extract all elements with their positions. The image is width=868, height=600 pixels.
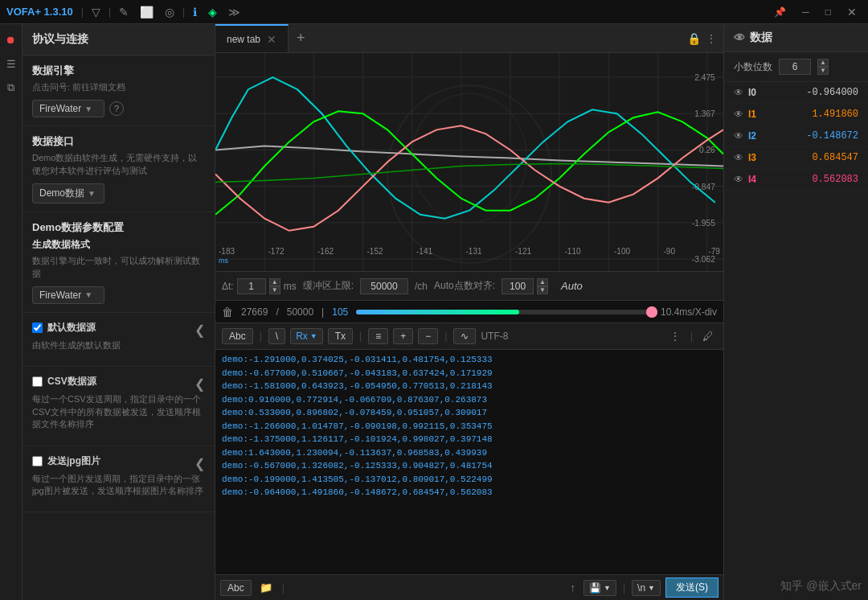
delta-t-up-btn[interactable]: ▲ — [269, 278, 280, 286]
expand-icon[interactable]: ≫ — [225, 4, 244, 20]
channel-eye-icon-3[interactable]: 👁 — [734, 152, 743, 163]
channel-row: 👁 I0 -0.964000 — [724, 82, 868, 104]
maximize-btn[interactable]: □ — [821, 5, 836, 19]
channel-row: 👁 I3 0.684547 — [724, 147, 868, 169]
data-interface-title: 数据接口 — [32, 134, 205, 149]
delta-t-spinner: ▲ ▼ — [269, 278, 280, 294]
term-align-btn[interactable]: ≡ — [368, 328, 388, 344]
term-plus-btn[interactable]: + — [393, 328, 413, 344]
buffer-input[interactable] — [360, 278, 408, 294]
bottom-file-icon[interactable]: 📁 — [256, 580, 276, 595]
progress-dot-pink — [646, 306, 657, 318]
svg-text:-1.955: -1.955 — [692, 219, 715, 228]
term-abc-btn[interactable]: Abc — [222, 328, 253, 344]
auto-points-spinner: ▲ ▼ — [537, 278, 548, 294]
channel-row: 👁 I1 1.491860 — [724, 104, 868, 125]
progress-active: 105 — [332, 306, 348, 318]
channel-eye-icon-4[interactable]: 👁 — [734, 174, 743, 185]
auto-points-input[interactable] — [502, 278, 534, 294]
auto-up-btn[interactable]: ▲ — [537, 278, 548, 286]
term-minus-btn[interactable]: − — [418, 328, 438, 344]
decimal-down-btn[interactable]: ▼ — [817, 67, 829, 75]
term-wave-btn[interactable]: ∿ — [453, 328, 476, 344]
help-button[interactable]: ? — [109, 101, 124, 116]
bottom-abc-btn[interactable]: Abc — [220, 580, 252, 596]
channel-eye-icon-2[interactable]: 👁 — [734, 130, 743, 142]
layers-icon-btn[interactable]: ⧉ — [2, 79, 20, 97]
jpg-source-checkbox[interactable] — [32, 456, 43, 466]
monitor-icon[interactable]: ⬜ — [137, 4, 157, 20]
demo-format-dropdown[interactable]: FireWater ▼ — [32, 286, 104, 304]
data-engine-dropdown[interactable]: FireWater ▼ — [32, 100, 104, 117]
bottom-arrow-icon[interactable]: ↑ — [567, 580, 579, 595]
sidebar-icons: ⏺ ☰ ⧉ — [0, 24, 23, 600]
jpg-collapse-icon[interactable]: ❮ — [194, 456, 205, 471]
channel-eye-icon-1[interactable]: 👁 — [734, 109, 743, 120]
center-area: new tab ✕ + 🔒 ⋮ — [215, 24, 723, 600]
channel-eye-icon-0[interactable]: 👁 — [734, 87, 743, 98]
format-desc: 数据引擎与此一致时，可以成功解析测试数据 — [32, 255, 205, 280]
save-dropdown[interactable]: 💾 ▼ — [583, 580, 616, 596]
watermark: 知乎 @嵌入式er — [780, 579, 862, 594]
decimal-spinner: ▲ ▼ — [817, 59, 829, 75]
nav-back-icon[interactable]: ▽ — [88, 4, 104, 20]
terminal-line: demo:-0.964000,1.491860,-0.148672,0.6845… — [222, 486, 717, 499]
add-tab-btn[interactable]: + — [289, 30, 313, 47]
more-options-icon[interactable]: ⋮ — [706, 32, 717, 45]
channel-value-1: 1.491860 — [769, 109, 858, 120]
auto-down-btn[interactable]: ▼ — [537, 286, 548, 294]
panel-title: 协议与连接 — [23, 24, 215, 55]
record-icon-btn[interactable]: ⏺ — [2, 31, 20, 48]
channel-name-4: I4 — [748, 174, 764, 185]
dropdown-arrow2-icon: ▼ — [88, 189, 96, 198]
channel-name-1: I1 — [748, 109, 764, 120]
terminal-line: demo:0.533000,0.896802,-0.078459,0.95105… — [222, 406, 717, 420]
delta-t-input[interactable] — [237, 278, 266, 294]
decimal-input[interactable] — [779, 59, 811, 75]
delta-t-down-btn[interactable]: ▼ — [269, 286, 280, 294]
x-label-5: -131 — [466, 247, 482, 265]
terminal-line: demo:-1.581000,0.643923,-0.054950,0.7705… — [222, 380, 717, 393]
menu-icon-btn[interactable]: ☰ — [2, 55, 20, 72]
collapse-icon[interactable]: ❮ — [194, 323, 205, 338]
newline-dropdown[interactable]: \n ▼ — [632, 580, 661, 596]
progress-row: 🗑 27669 / 50000 | 105 10.4ms/X-div — [215, 300, 723, 323]
info-icon[interactable]: ℹ — [190, 4, 200, 20]
x-label-10: -79 — [708, 247, 719, 265]
data-interface-row: Demo数据 ▼ — [32, 183, 205, 203]
chart-svg: 2.475 1.367 0.26 -0.847 -1.955 -3.062 — [215, 53, 723, 271]
csv-source-checkbox[interactable] — [32, 376, 43, 387]
progress-track[interactable] — [356, 310, 653, 314]
x-label-3: -152 — [367, 247, 383, 265]
term-rx-dropdown[interactable]: Rx ▼ — [290, 328, 323, 344]
csv-source-desc: 每过一个CSV发送周期，指定目录中的一个CSV文件中的所有数据被发送，发送顺序根… — [32, 393, 205, 430]
send-btn[interactable]: 发送(S) — [665, 577, 719, 598]
fingerprint-icon[interactable]: ◈ — [205, 4, 220, 20]
edit-icon[interactable]: ✎ — [116, 4, 132, 20]
pin-icon[interactable]: 📌 — [769, 5, 791, 19]
tab-actions: 🔒 ⋮ — [681, 32, 723, 45]
data-interface-dropdown[interactable]: Demo数据 ▼ — [32, 183, 104, 203]
term-tx-btn[interactable]: Tx — [328, 328, 353, 344]
csv-collapse-icon[interactable]: ❮ — [194, 376, 205, 392]
new-tab[interactable]: new tab ✕ — [215, 24, 289, 52]
x-label-9: -90 — [664, 247, 675, 265]
term-more-icon[interactable]: ⋮ — [666, 328, 684, 344]
default-source-checkbox[interactable] — [32, 323, 43, 333]
tab-close-btn[interactable]: ✕ — [267, 34, 276, 45]
term-clear-icon[interactable]: 🖊 — [699, 328, 717, 344]
channel-list: 👁 I0 -0.964000 👁 I1 1.491860 👁 I2 -0.148… — [724, 82, 868, 191]
minimize-btn[interactable]: ─ — [797, 5, 814, 19]
decimal-row: 小数位数 ▲ ▼ — [724, 52, 868, 82]
x-label-2: -162 — [317, 247, 334, 265]
controls-bar: Δt: ▲ ▼ ms 缓冲区上限: /ch Auto点数对齐: ▲ ▼ Auto — [215, 271, 723, 300]
titlebar: VOFA+ 1.3.10 | ▽ | ✎ ⬜ ◎ | ℹ ◈ ≫ 📌 ─ □ ✕ — [0, 0, 868, 24]
trash-icon[interactable]: 🗑 — [222, 306, 233, 318]
close-btn[interactable]: ✕ — [842, 4, 862, 20]
channel-value-0: -0.964000 — [769, 87, 858, 98]
lock-icon[interactable]: 🔒 — [687, 32, 701, 45]
decimal-up-btn[interactable]: ▲ — [817, 59, 829, 67]
term-backslash-btn[interactable]: \ — [268, 328, 285, 344]
target-icon[interactable]: ◎ — [162, 4, 178, 20]
left-panel: 协议与连接 数据引擎 点击问号: 前往详细文档 FireWater ▼ ? 数据… — [23, 24, 215, 600]
